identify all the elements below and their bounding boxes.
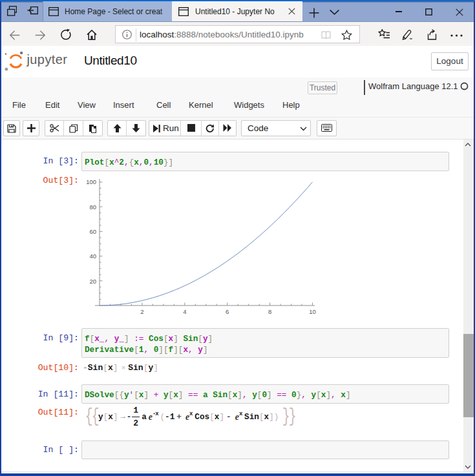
svg-text:6: 6 (226, 308, 229, 315)
svg-text:10: 10 (309, 308, 316, 315)
svg-text:4: 4 (183, 308, 186, 315)
svg-text:100: 100 (86, 178, 96, 185)
svg-text:2: 2 (140, 308, 143, 315)
svg-text:40: 40 (89, 253, 96, 260)
svg-text:60: 60 (89, 228, 96, 235)
svg-text:8: 8 (268, 308, 271, 315)
svg-text:jupyter: jupyter (26, 52, 68, 67)
svg-text:20: 20 (89, 278, 96, 285)
svg-text:80: 80 (89, 203, 96, 211)
